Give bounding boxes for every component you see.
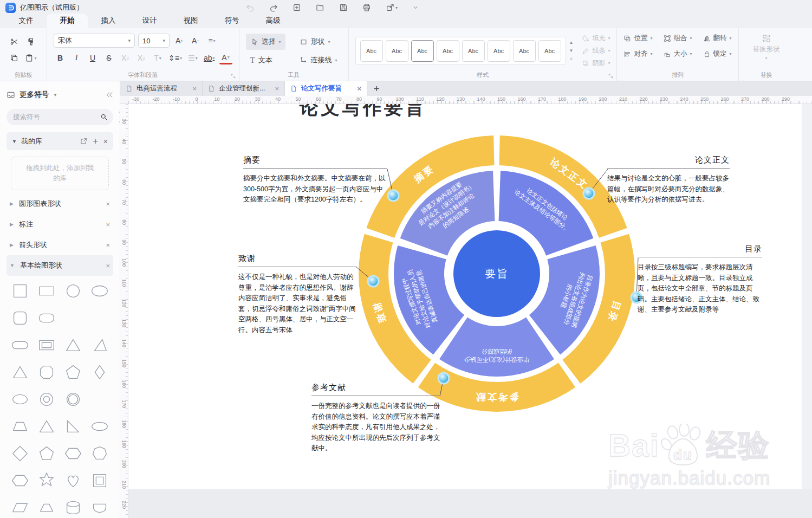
redo-button[interactable] [269,3,278,12]
text-tool-button[interactable]: T文本 [246,52,285,68]
caret-right-icon[interactable]: ▶ [10,222,14,227]
style-scroll-down-icon[interactable]: ▼ [569,48,574,53]
strikethrough-button[interactable]: S [102,51,115,64]
tab-close-icon[interactable]: × [357,85,361,93]
new-document-tab-button[interactable]: + [367,81,386,96]
shape-stadium[interactable] [8,334,32,356]
replace-shape-button[interactable]: 替换形状 ▾ [745,34,788,61]
callout-dot-摘要[interactable] [389,191,398,200]
text-style-button[interactable]: T▾ [151,51,164,64]
callout-dot-论文正文[interactable] [584,189,594,198]
tab-close-icon[interactable]: × [192,85,197,93]
shape-ellipse[interactable] [88,280,112,302]
style-preset-4[interactable]: Abc [437,40,459,62]
document-tab-企业管理创新...[interactable]: 企业管理创新...× [203,81,285,96]
shape-donut[interactable] [35,388,59,410]
menu-tab-插入[interactable]: 插入 [88,14,129,28]
decrease-font-button[interactable]: A− [189,34,202,47]
shape-pentagon[interactable] [35,443,59,464]
document-tab-电商运营流程[interactable]: 电商运营流程× [120,81,203,96]
undo-button[interactable] [246,3,255,12]
menu-tab-符号[interactable]: 符号 [211,14,252,28]
collapse-toolbar-button[interactable] [412,4,419,11]
paste-button[interactable]: ▾ [24,51,37,64]
shadow-button[interactable]: 阴影▾ [582,59,610,68]
font-family-select[interactable]: 宋体▾ [54,34,135,48]
cut-button[interactable] [8,35,21,48]
shape-oval-wide[interactable] [88,416,112,437]
shape-parallelogram[interactable] [8,497,32,518]
shape-hexagon[interactable] [61,443,85,464]
document-tab-论文写作要旨[interactable]: 论文写作要旨× [285,81,367,96]
style-preset-6[interactable]: Abc [488,40,510,62]
size-button[interactable]: 大小▾ [664,49,692,59]
callout-dot-致谢[interactable] [369,277,378,286]
shape-diamond-thin[interactable] [88,361,112,383]
shape-heart[interactable] [61,470,85,491]
library-add-icon[interactable]: + [93,137,98,146]
shape-rounded-rect[interactable] [35,307,59,329]
style-gallery-more-icon[interactable]: ⩒ [569,56,574,62]
highlight-button[interactable]: ab▾ [203,51,216,64]
save-button[interactable] [339,3,348,12]
increase-font-button[interactable]: A+ [173,34,186,47]
caret-down-icon[interactable]: ▼ [10,263,15,268]
shape-circle[interactable] [61,280,85,302]
shape-tool-button[interactable]: 形状▾ [295,34,342,50]
superscript-button[interactable]: X2 [119,51,132,64]
shape-rounded-square[interactable] [8,307,32,329]
fill-button[interactable]: 填充▾ [582,34,610,43]
shape-triangle[interactable] [61,334,85,356]
library-drop-zone[interactable]: 拖拽到此处，添加到我的库 [11,157,109,190]
pen-button[interactable]: 线条▾ [582,46,610,55]
more-symbols-caret-icon[interactable]: ▼ [53,93,57,98]
underline-button[interactable]: U [86,51,99,64]
menu-tab-开始[interactable]: 开始 [47,14,88,28]
style-preset-8[interactable]: Abc [538,40,561,62]
caret-right-icon[interactable]: ▶ [10,201,14,206]
lock-button[interactable]: 锁定▾ [703,49,732,59]
bold-button[interactable]: B [54,51,67,64]
sidebar-section-标注[interactable]: ▶标注× [7,214,113,235]
style-preset-5[interactable]: Abc [462,40,485,62]
bullet-list-button[interactable]: ☰▾ [186,51,199,64]
style-scroll-up-icon[interactable]: ▲ [569,40,574,45]
share-button[interactable]: ▾ [386,3,398,12]
shape-pentagon[interactable] [61,361,85,383]
shape-triangle[interactable] [35,416,59,437]
shape-octagon[interactable] [35,361,59,383]
shape-acute-triangle[interactable] [88,334,112,356]
library-export-icon[interactable] [80,138,87,145]
sidebar-collapse-icon[interactable] [106,91,113,99]
shape-framed-square[interactable] [88,470,112,491]
section-close-icon[interactable]: × [106,221,110,229]
shape-right-triangle[interactable] [61,416,85,437]
font-color-button[interactable]: A▾ [219,51,232,64]
font-size-select[interactable]: 10▾ [138,34,170,48]
symbol-search-box[interactable] [7,109,113,125]
section-close-icon[interactable]: × [106,241,110,249]
drawing-canvas[interactable]: 论文写作要旨 论文正文论文正文包括绪论论文主体及结论等部分。目录目录作为论文的提… [128,104,812,518]
shape-trapezoid-narrow[interactable] [35,497,59,518]
flip-button[interactable]: 翻转▾ [703,34,732,43]
shape-triangle[interactable] [8,361,32,383]
align-button[interactable]: ≡▾ [205,34,218,47]
inner-sector-参考文献[interactable] [439,318,554,377]
shape-heptagon[interactable] [88,443,112,464]
shape-cylinder[interactable] [61,497,85,518]
copy-button[interactable] [8,51,21,64]
style-preset-3[interactable]: Abc [411,40,434,62]
library-close-icon[interactable]: × [103,137,108,146]
style-preset-1[interactable]: Abc [360,40,383,62]
open-button[interactable] [316,3,324,12]
select-tool-button[interactable]: 选择▾ [246,34,285,50]
style-preset-2[interactable]: Abc [386,40,408,62]
format-painter-button[interactable] [24,35,37,48]
sidebar-section-圆形图表形状[interactable]: ▶圆形图表形状× [7,193,113,214]
position-button[interactable]: 位置▾ [623,34,652,43]
caret-right-icon[interactable]: ▶ [10,242,14,248]
shape-frame-rect[interactable] [35,334,59,356]
symbol-search-input[interactable] [13,113,100,121]
print-button[interactable] [362,3,371,12]
align-button[interactable]: 对齐▾ [623,49,652,59]
